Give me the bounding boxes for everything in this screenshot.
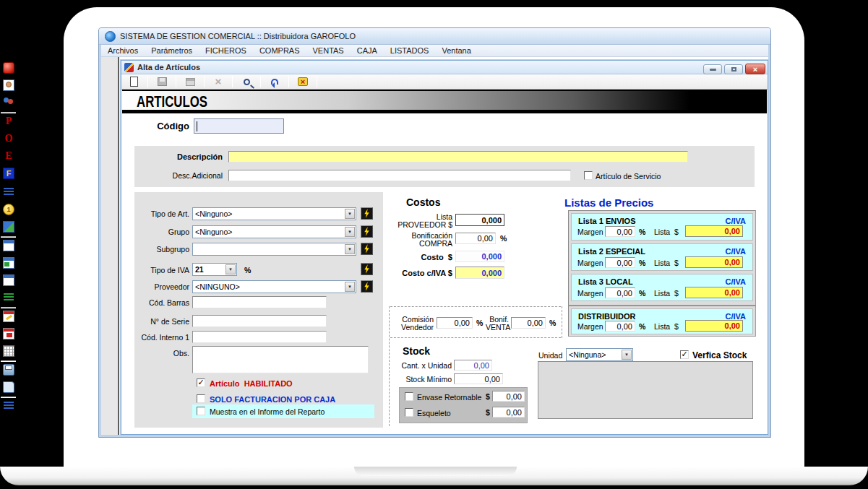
save-button[interactable]	[154, 75, 170, 88]
verifica-stock-checkbox[interactable]: ✓	[680, 350, 689, 359]
esqueleto-input[interactable]: 0,00	[492, 407, 525, 417]
stock-minimo-input[interactable]: 0,00	[454, 373, 503, 384]
lista-4-precio-input[interactable]: 0,00	[685, 320, 743, 332]
articulos-banner: ARTICULOS	[122, 90, 767, 113]
desc-adicional-input[interactable]	[228, 170, 571, 181]
codigo-input[interactable]	[194, 118, 284, 134]
alta-articulos-icon	[124, 63, 134, 72]
form-export-icon[interactable]	[3, 257, 14, 269]
lista-4-margen-input[interactable]: 0,00	[605, 321, 635, 332]
blue-list-icon[interactable]	[3, 186, 14, 198]
verifica-stock-label: Verfica Stock	[692, 350, 747, 360]
lista-proveedor-input[interactable]: 0,000	[455, 214, 504, 226]
calendar-edit-icon[interactable]	[3, 311, 14, 322]
cant-unidad-input[interactable]: 0,00	[454, 360, 492, 371]
chevron-down-icon[interactable]: ▼	[622, 350, 632, 360]
esqueleto-checkbox[interactable]	[405, 408, 413, 417]
envase-checkbox[interactable]	[405, 392, 413, 401]
tipo-art-label: Tipo de Art.	[134, 209, 189, 218]
lista-3-name: Lista 3 LOCAL	[578, 277, 633, 286]
solo-caja-checkbox[interactable]	[197, 394, 205, 403]
delete-button[interactable]: ×	[210, 75, 226, 88]
green-list-icon[interactable]	[3, 292, 14, 303]
new-record-button[interactable]	[126, 75, 142, 88]
unidad-combo[interactable]: <Ninguna>▼	[566, 348, 633, 361]
descripcion-input[interactable]	[228, 151, 688, 163]
undo-button[interactable]	[267, 75, 283, 88]
lista-1-precio-input[interactable]: 0,00	[685, 225, 743, 237]
form2-icon[interactable]	[3, 274, 14, 286]
subgrupo-combo[interactable]: ▼	[192, 243, 356, 256]
letter-e-icon[interactable]: E	[3, 150, 14, 162]
reparto-checkbox[interactable]	[197, 407, 205, 415]
users-icon[interactable]	[3, 97, 14, 108]
chevron-down-icon[interactable]: ▼	[345, 209, 355, 219]
bonif-compra-input[interactable]: 0,00	[455, 233, 496, 244]
articulo-servicio-checkbox[interactable]	[584, 171, 593, 180]
exit-button[interactable]: ×	[295, 75, 311, 88]
num-serie-input[interactable]	[192, 315, 327, 327]
letter-f-icon[interactable]: F	[3, 168, 14, 179]
lightning-icon	[364, 227, 371, 236]
subgrupo-quick-add-button[interactable]	[361, 243, 373, 255]
envase-input[interactable]: 0,00	[492, 391, 525, 402]
close-button[interactable]: ×	[745, 64, 765, 74]
folder-icon[interactable]	[3, 381, 14, 393]
tipo-art-combo[interactable]: <Ninguno>▼	[192, 207, 356, 220]
grupo-combo[interactable]: <Ninguno>▼	[192, 225, 356, 238]
lista-2-precio-input[interactable]: 0,00	[685, 256, 743, 268]
exit-icon: ×	[298, 77, 308, 86]
menu-compras[interactable]: COMPRAS	[253, 46, 306, 56]
main-titlebar[interactable]: SISTEMA DE GESTION COMERCIAL :: Distribu…	[99, 28, 770, 45]
menu-caja[interactable]: CAJA	[351, 46, 384, 56]
obs-textarea[interactable]	[192, 346, 369, 373]
habilitado-checkbox[interactable]: ✓	[197, 378, 205, 387]
text-cursor	[197, 121, 197, 131]
proveedor-quick-add-button[interactable]	[361, 280, 373, 293]
minimize-button[interactable]	[703, 64, 722, 74]
child-titlebar[interactable]: Alta de Artículos	[121, 61, 768, 74]
lista-precio-label: Lista $	[654, 322, 679, 331]
coin-icon[interactable]: 1	[3, 204, 14, 215]
list-icon[interactable]	[3, 400, 14, 412]
tipo-iva-combo[interactable]: 21▼	[192, 263, 237, 276]
lista-2-name: Lista 2 ESPECIAL	[578, 247, 645, 256]
system-icon[interactable]	[3, 62, 14, 74]
client-card-icon[interactable]	[3, 79, 14, 91]
calendar-alert-icon[interactable]	[3, 328, 14, 339]
chevron-down-icon[interactable]: ▼	[345, 244, 355, 254]
menu-archivos[interactable]: Archivos	[101, 46, 145, 56]
tipo-iva-quick-add-button[interactable]	[361, 263, 373, 275]
grupo-quick-add-button[interactable]	[361, 225, 373, 238]
menu-parametros[interactable]: Parámetros	[145, 46, 199, 56]
chevron-down-icon[interactable]: ▼	[225, 264, 236, 274]
chevron-down-icon[interactable]: ▼	[345, 227, 355, 237]
menu-ventana[interactable]: Ventana	[435, 46, 477, 56]
menu-ventas[interactable]: VENTAS	[306, 46, 351, 56]
menu-ficheros[interactable]: FICHEROS	[199, 46, 253, 56]
bonif-venta-input[interactable]: 0,00	[511, 317, 546, 329]
restore-button[interactable]	[724, 64, 743, 74]
lista-1-margen-input[interactable]: 0,00	[605, 226, 635, 237]
form-icon[interactable]	[3, 240, 14, 251]
grid-icon[interactable]	[3, 345, 14, 357]
image-icon[interactable]	[3, 221, 14, 233]
cod-barras-input[interactable]	[192, 296, 327, 308]
chevron-down-icon[interactable]: ▼	[345, 282, 355, 292]
proveedor-combo[interactable]: <NINGUNO>▼	[192, 280, 356, 293]
menu-listados[interactable]: LISTADOS	[384, 46, 436, 56]
search-button[interactable]	[239, 75, 254, 88]
printer-icon[interactable]	[3, 364, 14, 376]
letter-p-icon[interactable]: P	[3, 116, 14, 127]
letter-o-icon[interactable]: O	[3, 133, 14, 144]
cod-interno-input[interactable]	[192, 331, 327, 343]
lista-3-precio-input[interactable]: 0,00	[685, 287, 743, 298]
tipo-art-quick-add-button[interactable]	[361, 207, 373, 220]
lista-2-margen-input[interactable]: 0,00	[605, 257, 635, 268]
comision-input[interactable]: 0,00	[437, 317, 473, 329]
sidebar-separator	[1, 397, 16, 398]
margen-percent: %	[639, 228, 645, 236]
properties-button[interactable]	[182, 75, 198, 88]
lista-3-margen-input[interactable]: 0,00	[605, 287, 635, 298]
sidebar-separator	[1, 236, 16, 238]
